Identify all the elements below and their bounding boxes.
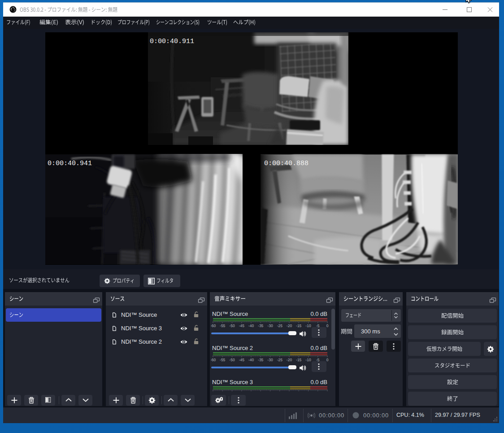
svg-text:-10: -10 — [305, 324, 311, 328]
svg-text:-50: -50 — [229, 358, 235, 362]
svg-text:-50: -50 — [229, 324, 235, 328]
svg-text:-10: -10 — [305, 358, 311, 362]
svg-text:-45: -45 — [239, 358, 245, 362]
svg-text:-30: -30 — [267, 324, 273, 328]
svg-text:-20: -20 — [287, 324, 292, 328]
svg-text:0: 0 — [326, 324, 329, 328]
svg-text:-25: -25 — [277, 324, 283, 328]
svg-text:-35: -35 — [258, 358, 264, 362]
svg-text:-60: -60 — [211, 324, 216, 328]
svg-text:-15: -15 — [296, 324, 302, 328]
svg-text:-25: -25 — [277, 358, 283, 362]
svg-text:-30: -30 — [267, 358, 273, 362]
svg-text:-45: -45 — [239, 324, 245, 328]
svg-text:0: 0 — [326, 358, 329, 362]
svg-text:-15: -15 — [296, 358, 302, 362]
svg-text:-60: -60 — [211, 358, 216, 362]
svg-text:-20: -20 — [287, 358, 292, 362]
svg-text:-40: -40 — [248, 324, 254, 328]
svg-text:-35: -35 — [258, 324, 264, 328]
svg-text:-40: -40 — [248, 358, 254, 362]
svg-text:-55: -55 — [220, 324, 226, 328]
svg-text:-55: -55 — [220, 358, 226, 362]
